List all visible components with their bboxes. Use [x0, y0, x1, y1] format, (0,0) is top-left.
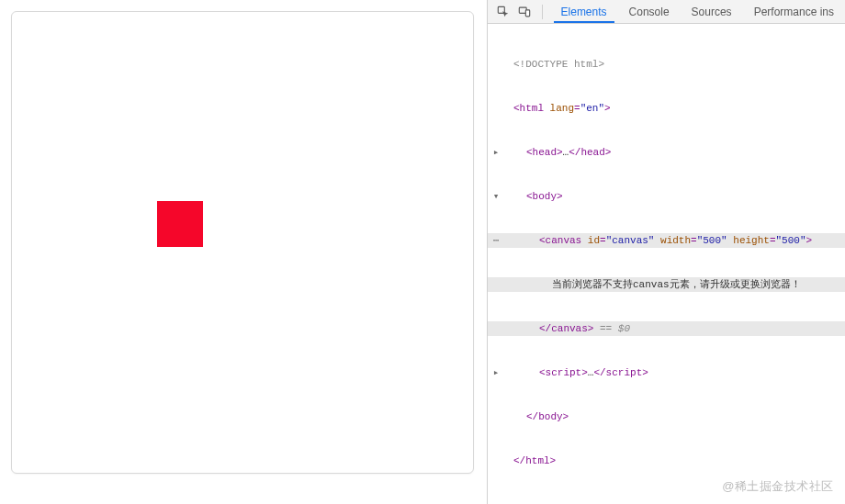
page-viewport: [0, 0, 487, 504]
toolbar-separator: [542, 5, 543, 19]
canvas-element[interactable]: [11, 11, 474, 474]
tab-sources[interactable]: Sources: [681, 0, 743, 23]
script-node[interactable]: <script>…</script>: [501, 365, 845, 380]
canvas-text-node[interactable]: 当前浏览器不支持canvas元素，请升级或更换浏览器！: [501, 277, 845, 292]
dom-tree[interactable]: <!DOCTYPE html> <html lang="en"> ▸<head>…: [488, 24, 845, 498]
devtools-toolbar: Elements Console Sources Performance ins: [488, 0, 845, 24]
html-close-node[interactable]: </html>: [501, 454, 845, 468]
canvas-close-node[interactable]: </canvas> == $0: [501, 321, 845, 336]
body-close-node[interactable]: </body>: [501, 409, 845, 424]
red-square: [157, 201, 203, 247]
tab-console[interactable]: Console: [618, 0, 681, 23]
doctype-node[interactable]: <!DOCTYPE html>: [501, 57, 845, 72]
html-open-node[interactable]: <html lang="en">: [501, 101, 845, 116]
devtools-tabs: Elements Console Sources Performance ins: [550, 0, 845, 23]
body-open-node[interactable]: <body>: [501, 189, 845, 204]
inspect-icon[interactable]: [493, 3, 513, 21]
collapse-icon[interactable]: ▾: [491, 189, 501, 204]
watermark: @稀土掘金技术社区: [722, 478, 834, 495]
device-toggle-icon[interactable]: [514, 3, 534, 21]
canvas-open-node[interactable]: <canvas id="canvas" width="500" height="…: [501, 233, 845, 248]
canvas-node-row[interactable]: ⋯<canvas id="canvas" width="500" height=…: [488, 233, 845, 248]
expand-icon[interactable]: ▸: [491, 365, 501, 380]
expand-icon[interactable]: ▸: [491, 145, 501, 160]
head-node[interactable]: <head>…</head>: [501, 145, 845, 160]
tab-elements[interactable]: Elements: [550, 0, 618, 23]
gutter-dots[interactable]: ⋯: [491, 233, 501, 248]
tab-performance[interactable]: Performance ins: [743, 0, 845, 23]
svg-rect-2: [525, 9, 529, 16]
devtools-panel: Elements Console Sources Performance ins…: [487, 0, 845, 504]
split-layout: Elements Console Sources Performance ins…: [0, 0, 845, 504]
